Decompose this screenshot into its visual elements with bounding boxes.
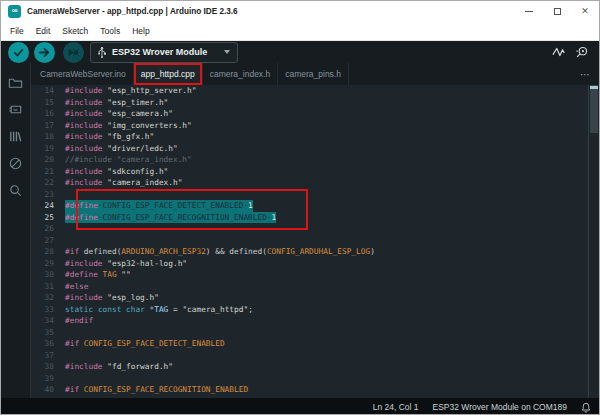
tab-app_httpd-cpp[interactable]: app_httpd.cpp — [134, 63, 203, 85]
close-button[interactable]: ✕ — [571, 1, 599, 22]
line-number[interactable]: 22 — [31, 177, 65, 189]
line-number[interactable]: 31 — [31, 281, 65, 293]
menu-item-sketch[interactable]: Sketch — [56, 26, 94, 36]
scrollbar-thumb[interactable] — [590, 85, 598, 133]
window-controls: ✕ — [515, 1, 599, 22]
sidebar-item-search[interactable] — [3, 177, 29, 203]
code-line[interactable]: 32#include "esp_log.h" — [31, 292, 599, 304]
maximize-icon — [554, 8, 561, 15]
code-line[interactable]: 21#include "sdkconfig.h" — [31, 166, 599, 178]
line-number[interactable]: 37 — [31, 350, 65, 362]
line-number[interactable]: 23 — [31, 189, 65, 201]
menu-item-edit[interactable]: Edit — [30, 26, 57, 36]
cursor-position[interactable]: Ln 24, Col 1 — [373, 402, 419, 412]
status-bar: Ln 24, Col 1 ESP32 Wrover Module on COM1… — [1, 398, 599, 415]
line-number[interactable]: 15 — [31, 97, 65, 109]
menu-item-help[interactable]: Help — [126, 26, 155, 36]
code-line[interactable]: 15#include "esp_timer.h" — [31, 97, 599, 109]
line-number[interactable]: 38 — [31, 361, 65, 373]
serial-plotter-icon[interactable] — [552, 45, 566, 59]
code-line[interactable]: 18#include "fb_gfx.h" — [31, 131, 599, 143]
code-line[interactable]: 40#if CONFIG_ESP_FACE_RECOGNITION_ENABLE… — [31, 384, 599, 396]
line-number[interactable]: 21 — [31, 166, 65, 178]
code-line[interactable]: 22#include "camera_index.h" — [31, 177, 599, 189]
code-text: #include "fd_forward.h" — [65, 361, 173, 373]
line-number[interactable]: 16 — [31, 108, 65, 120]
line-number[interactable]: 40 — [31, 384, 65, 396]
code-line[interactable]: 24#define·CONFIG_ESP_FACE_DETECT_ENABLED… — [31, 200, 599, 212]
tab-camerawebserver-ino[interactable]: CameraWebServer.ino — [33, 63, 134, 85]
minimize-button[interactable] — [515, 1, 543, 22]
tab-overflow-menu[interactable]: ⋯ — [580, 69, 599, 80]
code-line[interactable]: 19#include "driver/ledc.h" — [31, 143, 599, 155]
main-area: CameraWebServer.inoapp_httpd.cppcamera_i… — [1, 63, 599, 398]
menu-item-file[interactable]: File — [4, 26, 30, 36]
toolbar-right — [552, 45, 589, 59]
sidebar-item-sketchbook[interactable] — [3, 69, 29, 95]
code-line[interactable]: 33static const char *TAG = "camera_httpd… — [31, 304, 599, 316]
code-line[interactable]: 29#include "esp32-hal-log.h" — [31, 258, 599, 270]
sidebar-item-debug[interactable] — [3, 150, 29, 176]
code-text: #endif — [65, 315, 93, 327]
code-line[interactable]: 36#if CONFIG_ESP_FACE_DETECT_ENABLED — [31, 338, 599, 350]
notifications-bell-icon[interactable] — [581, 402, 591, 413]
code-line[interactable]: 35 — [31, 327, 599, 339]
line-number[interactable]: 33 — [31, 304, 65, 316]
line-number[interactable]: 18 — [31, 131, 65, 143]
editor-scrollbar[interactable] — [588, 85, 599, 398]
code-line[interactable]: 28#if defined(ARDUINO_ARCH_ESP32) && def… — [31, 246, 599, 258]
line-number[interactable]: 24 — [31, 200, 65, 212]
line-number[interactable]: 14 — [31, 85, 65, 97]
code-line[interactable]: 34#endif — [31, 315, 599, 327]
line-number[interactable]: 25 — [31, 212, 65, 224]
code-line[interactable]: 14#include "esp_http_server.h" — [31, 85, 599, 97]
code-line[interactable]: 39 — [31, 373, 599, 385]
sidebar-item-library-manager[interactable] — [3, 123, 29, 149]
serial-monitor-icon[interactable] — [575, 45, 589, 59]
code-text: #include "esp32-hal-log.h" — [65, 258, 187, 270]
debug-button[interactable] — [63, 42, 84, 63]
board-port-status[interactable]: ESP32 Wrover Module on COM189 — [433, 402, 568, 412]
line-number[interactable]: 39 — [31, 373, 65, 385]
code-editor[interactable]: 14#include "esp_http_server.h"15#include… — [31, 85, 599, 398]
code-line[interactable]: 16#include "esp_camera.h" — [31, 108, 599, 120]
verify-button[interactable] — [8, 42, 29, 63]
maximize-button[interactable] — [543, 1, 571, 22]
line-number[interactable]: 27 — [31, 235, 65, 247]
code-text: #else — [65, 281, 88, 293]
chevron-down-icon — [224, 50, 230, 54]
code-line[interactable]: 27 — [31, 235, 599, 247]
code-line[interactable]: 25#define·CONFIG_ESP_FACE_RECOGNITION_EN… — [31, 212, 599, 224]
code-line[interactable]: 23 — [31, 189, 599, 201]
line-number[interactable]: 26 — [31, 223, 65, 235]
sidebar-item-boards-manager[interactable] — [3, 96, 29, 122]
upload-button[interactable] — [34, 42, 55, 63]
line-number[interactable]: 28 — [31, 246, 65, 258]
usb-icon — [97, 46, 107, 58]
code-line[interactable]: 20//#include "camera_index.h" — [31, 154, 599, 166]
line-number[interactable]: 30 — [31, 269, 65, 281]
code-line[interactable]: 38#include "fd_forward.h" — [31, 361, 599, 373]
tab-camera_index-h[interactable]: camera_index.h — [203, 63, 278, 85]
code-line[interactable]: 37 — [31, 350, 599, 362]
line-number[interactable]: 19 — [31, 143, 65, 155]
code-line[interactable]: 31#else — [31, 281, 599, 293]
code-line[interactable]: 17#include "img_converters.h" — [31, 120, 599, 132]
line-number[interactable]: 35 — [31, 327, 65, 339]
tab-camera_pins-h[interactable]: camera_pins.h — [278, 63, 349, 85]
line-number[interactable]: 34 — [31, 315, 65, 327]
code-text: #include "camera_index.h" — [65, 177, 182, 189]
line-number[interactable]: 29 — [31, 258, 65, 270]
code-text: //#include "camera_index.h" — [65, 154, 192, 166]
code-line[interactable]: 26 — [31, 223, 599, 235]
code-text: #include "esp_camera.h" — [65, 108, 173, 120]
code-line[interactable]: 30#define TAG "" — [31, 269, 599, 281]
board-selector-dropdown[interactable]: ESP32 Wrover Module — [90, 42, 238, 63]
line-number[interactable]: 36 — [31, 338, 65, 350]
line-number[interactable]: 32 — [31, 292, 65, 304]
minimize-icon — [525, 11, 533, 12]
line-number[interactable]: 20 — [31, 154, 65, 166]
menu-item-tools[interactable]: Tools — [94, 26, 126, 36]
line-number[interactable]: 17 — [31, 120, 65, 132]
verify-check-icon — [12, 46, 25, 59]
